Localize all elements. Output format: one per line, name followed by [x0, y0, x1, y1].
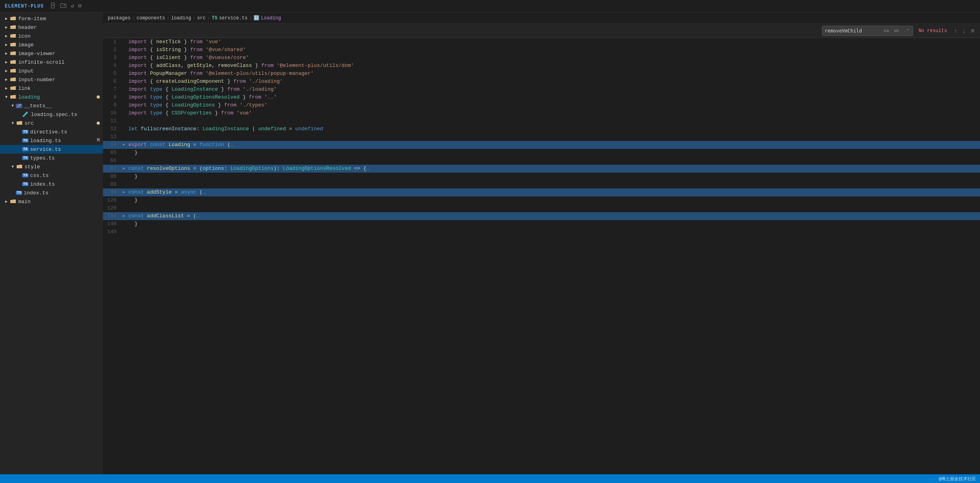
search-regex[interactable]: .* — [902, 28, 910, 34]
svg-rect-7 — [64, 4, 65, 6]
sidebar-item-input-number[interactable]: ▶input-number — [0, 75, 103, 84]
code-editor[interactable]: 1import { nextTick } from 'vue'2import {… — [103, 38, 980, 474]
ts-badge: TS — [22, 130, 29, 134]
ts-badge: TS — [22, 173, 29, 177]
sidebar-item-input[interactable]: ▶input — [0, 67, 103, 75]
sidebar-item-image-viewer[interactable]: ▶image-viewer — [0, 49, 103, 58]
code-line: 67▶const resolveOptions = (options: Load… — [103, 165, 980, 173]
refresh-icon[interactable]: ↺ — [71, 2, 74, 10]
sidebar-item-index.ts-loading[interactable]: TSindex.ts — [0, 188, 103, 197]
sidebar-item-css.ts[interactable]: TScss.ts — [0, 171, 103, 180]
search-close-button[interactable]: ≡ — [969, 27, 976, 35]
breadcrumb-symbol-icon: 🔣 — [254, 15, 259, 21]
line-number: 14 — [103, 141, 123, 149]
sidebar-item-icon[interactable]: ▶icon — [0, 32, 103, 40]
sidebar-item-main[interactable]: ▶main — [0, 197, 103, 206]
item-label: __tests__ — [24, 103, 101, 109]
search-input[interactable] — [825, 28, 880, 34]
sidebar-item-loading[interactable]: ▼loading — [0, 93, 103, 101]
new-folder-icon[interactable] — [60, 2, 67, 10]
sidebar-item-types.ts[interactable]: TStypes.ts — [0, 154, 103, 162]
top-bar: ELEMENT-PLUS ↺ ⊟ — [0, 0, 980, 13]
sidebar: ▶form-item▶header▶icon▶image▶image-viewe… — [0, 13, 103, 474]
line-number: 12 — [103, 125, 123, 133]
item-label: loading — [18, 94, 97, 100]
breadcrumb-components[interactable]: components — [137, 15, 165, 21]
bottom-bar: @稀土掘金技术社区 — [0, 474, 980, 483]
sidebar-item-loading.spec.ts[interactable]: 🧪loading.spec.ts — [0, 110, 103, 119]
folder-icon — [10, 198, 17, 205]
chevron-icon: ▶ — [3, 42, 10, 47]
sidebar-item-style[interactable]: ▼style — [0, 162, 103, 171]
line-code: import type { LoadingInstance } from './… — [128, 86, 980, 93]
search-case-sensitive[interactable]: Aa — [883, 28, 890, 34]
folder-icon — [16, 120, 23, 126]
breadcrumb-loading[interactable]: loading — [171, 15, 191, 21]
code-line: 66 — [103, 157, 980, 165]
breadcrumb: packages › components › loading › src › … — [103, 13, 980, 24]
sidebar-item-index.ts-style[interactable]: TSindex.ts — [0, 180, 103, 188]
sidebar-item-infinite-scroll[interactable]: ▶infinite-scroll — [0, 58, 103, 67]
ts-badge: TS — [16, 191, 22, 195]
chevron-icon: ▶ — [3, 16, 10, 21]
sidebar-item-form-item[interactable]: ▶form-item — [0, 14, 103, 23]
folder-icon — [10, 24, 17, 30]
code-line: 12let fullscreenInstance: LoadingInstanc… — [103, 125, 980, 133]
line-code: } — [128, 149, 980, 157]
search-next-button[interactable]: ↓ — [961, 27, 967, 35]
sidebar-item-image[interactable]: ▶image — [0, 40, 103, 49]
sidebar-item-link[interactable]: ▶link — [0, 84, 103, 93]
item-label: index.ts — [24, 190, 101, 196]
sidebar-item-src[interactable]: ▼src — [0, 119, 103, 127]
item-label: input-number — [18, 77, 101, 83]
collapse-icon[interactable]: ⊟ — [78, 2, 81, 10]
svg-rect-0 — [51, 3, 55, 3]
breadcrumb-symbol[interactable]: Loading — [261, 15, 281, 21]
fold-arrow[interactable]: ▶ — [123, 141, 128, 149]
sidebar-item-directive.ts[interactable]: TSdirective.ts — [0, 127, 103, 136]
sidebar-item-service.ts[interactable]: TSservice.ts — [0, 145, 103, 154]
search-bar: Aa ab .* No results ↑ ↓ ≡ — [103, 24, 980, 38]
item-label: style — [25, 164, 101, 170]
dot-indicator — [97, 95, 100, 99]
line-number: 9 — [103, 101, 123, 109]
chevron-icon: ▶ — [3, 68, 10, 73]
chevron-icon: ▶ — [3, 86, 10, 91]
breadcrumb-ts-badge: TS — [212, 15, 217, 21]
breadcrumb-src[interactable]: src — [197, 15, 206, 21]
sidebar-item-header[interactable]: ▶header — [0, 23, 103, 32]
code-line: 5import PopupManager from '@element-plus… — [103, 70, 980, 78]
search-prev-button[interactable]: ↑ — [953, 27, 959, 35]
fold-arrow[interactable]: ▶ — [123, 212, 128, 220]
line-number: 4 — [103, 62, 123, 70]
chevron-icon: ▶ — [3, 199, 10, 204]
line-number: 67 — [103, 165, 123, 173]
code-line: 88 } — [103, 173, 980, 181]
line-number: 11 — [103, 117, 123, 125]
folder-icon — [10, 94, 17, 100]
sidebar-item-loading.ts[interactable]: TSloading.tsM — [0, 136, 103, 145]
line-number: 89 — [103, 181, 123, 188]
item-label: input — [18, 68, 101, 74]
line-code: import type { CSSProperties } from 'vue' — [128, 109, 980, 117]
modified-badge: M — [97, 138, 100, 143]
search-whole-word[interactable]: ab — [892, 28, 900, 34]
fold-arrow[interactable]: ▶ — [123, 188, 128, 196]
chevron-icon: ▼ — [3, 95, 10, 99]
item-label: form-item — [18, 16, 101, 22]
new-file-icon[interactable] — [50, 2, 56, 10]
sidebar-item-__tests__[interactable]: ▼🧪__tests__ — [0, 101, 103, 110]
item-label: css.ts — [30, 173, 101, 179]
breadcrumb-packages[interactable]: packages — [108, 15, 131, 21]
item-label: src — [25, 120, 97, 126]
line-number: 2 — [103, 46, 123, 54]
item-label: index.ts — [30, 181, 101, 187]
fold-arrow[interactable]: ▶ — [123, 165, 128, 173]
chevron-icon: ▶ — [3, 77, 10, 82]
main-layout: ▶form-item▶header▶icon▶image▶image-viewe… — [0, 13, 980, 474]
chevron-icon: ▼ — [10, 121, 16, 126]
breadcrumb-file[interactable]: service.ts — [219, 15, 248, 21]
code-line: 11 — [103, 117, 980, 125]
folder-icon — [10, 42, 17, 48]
line-code: const addClassList = (… — [128, 212, 980, 220]
